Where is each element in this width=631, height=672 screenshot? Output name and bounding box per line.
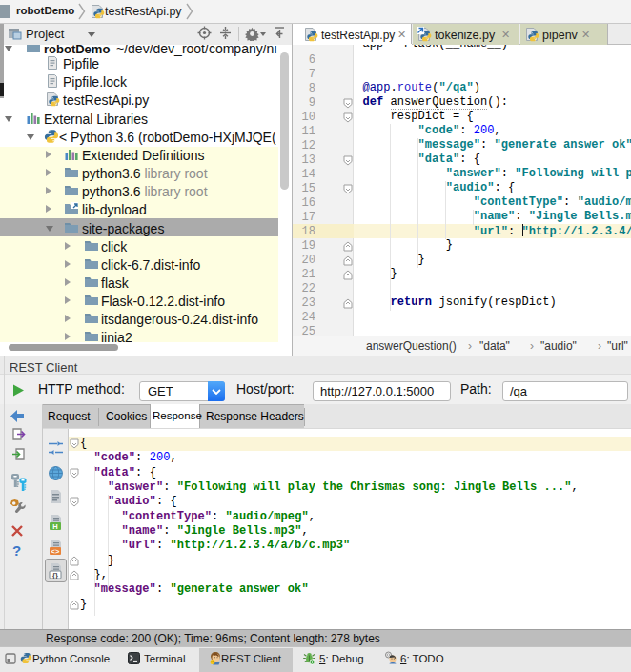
svg-text:<>: <>: [51, 547, 60, 556]
svg-text:H: H: [52, 522, 57, 531]
svg-text:{}: {}: [52, 571, 58, 580]
